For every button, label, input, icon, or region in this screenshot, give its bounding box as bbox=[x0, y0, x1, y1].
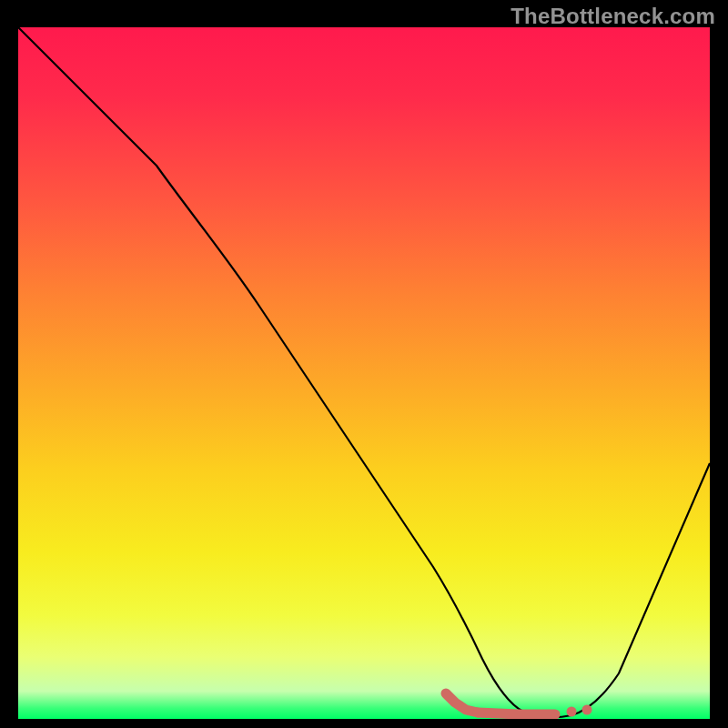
plot-area bbox=[18, 27, 710, 719]
watermark-text: TheBottleneck.com bbox=[511, 4, 715, 29]
curve-layer bbox=[18, 27, 710, 719]
chart-container: TheBottleneck.com bbox=[0, 0, 728, 728]
main-curve bbox=[18, 27, 710, 717]
svg-point-0 bbox=[567, 707, 577, 717]
svg-point-1 bbox=[582, 705, 592, 715]
valley-highlight bbox=[446, 693, 592, 717]
